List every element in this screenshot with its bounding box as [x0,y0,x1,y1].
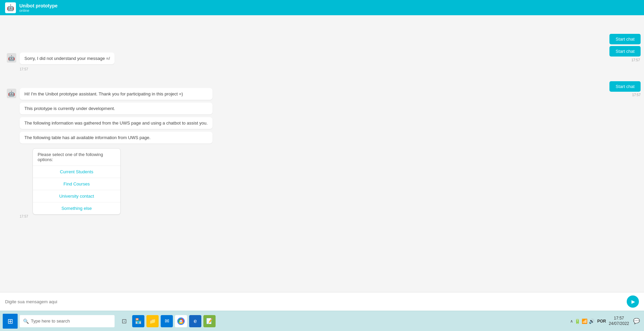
header-title: Unibot prototype [19,3,58,8]
chat-input[interactable] [5,299,627,304]
bot-avatar-header: 🤖 [5,2,16,13]
bot-bubble-1: Sorry, I did not understand your message… [20,52,115,64]
taskbar-chrome-icon[interactable] [175,315,187,327]
bot-section-1: 🤖 Sorry, I did not understand your messa… [7,52,637,71]
start-menu-button[interactable]: ⊞ [3,314,18,329]
bot-time-1: 17:57 [20,67,637,71]
taskbar-time: 17:57 [614,316,624,321]
bot-section-2-row: 🤖 Hi! I'm the Unibot prototype assistant… [7,88,637,215]
taskbar-clock[interactable]: 17:57 24/07/2022 [609,316,629,326]
input-area [0,292,644,311]
taskbar-notes-icon[interactable]: 📝 [203,315,216,327]
option-current-students[interactable]: Current Students [33,166,120,178]
bot-avatar-1: 🤖 [7,53,16,63]
windows-icon: ⊞ [7,317,13,325]
tray-icon-arrow[interactable]: ∧ [570,319,573,324]
taskbar-store-icon[interactable]: 🏪 [132,315,144,327]
taskbar-right: ∧ 🔋 📶 🔊 POR 17:57 24/07/2022 💬 [570,316,641,326]
option-something-else[interactable]: Something else [33,202,120,214]
bot-section-2: 🤖 Hi! I'm the Unibot prototype assistant… [7,88,637,218]
bot-bubble-2d: The following table has all available in… [20,132,213,144]
taskbar-search-icon: 🔍 [23,318,29,324]
bot-bubble-2c: The following information was gathered f… [20,117,213,129]
taskbar-date: 24/07/2022 [609,321,629,327]
taskbar-sys-icons: ∧ 🔋 📶 🔊 [570,318,595,324]
start-chat-button-2[interactable]: Start chat [609,46,641,57]
header-status: online [19,8,58,13]
header-info: Unibot prototype online [19,3,58,13]
send-button[interactable] [627,295,639,308]
start-chat-buttons: Start chat Start chat 17:57 [609,34,641,65]
taskbar-language: POR [597,319,606,324]
bot-message-row-1: 🤖 Sorry, I did not understand your messa… [7,52,637,66]
taskbar-ie-icon[interactable]: e [189,315,201,327]
taskbar-search-text: Type here to search [31,318,70,324]
taskbar-app-icons: ⊡ 🏪 📁 ✉ e 📝 [118,315,216,327]
option-find-courses[interactable]: Find Courses [33,178,120,190]
bot-bubble-2a: Hi! I'm the Unibot prototype assistant. … [20,88,213,100]
bot-avatar-2: 🤖 [7,89,16,98]
option-university-contact[interactable]: University contact [33,190,120,202]
bot-section-2-content: Hi! I'm the Unibot prototype assistant. … [20,88,213,215]
options-header: Please select one of the following optio… [33,149,120,166]
start-chat-button-3[interactable]: Start chat [609,81,641,92]
time-right-2: 17:57 [631,58,640,62]
tray-icon-volume: 🔊 [589,318,595,324]
options-container: Please select one of the following optio… [33,148,121,215]
taskbar-task-view[interactable]: ⊡ [118,315,130,327]
notification-icon[interactable]: 💬 [632,316,641,326]
taskbar-mail-icon[interactable]: ✉ [161,315,173,327]
tray-icon-network: 📶 [582,318,587,324]
start-chat-button-1[interactable]: Start chat [609,34,641,44]
chat-area: Start chat Start chat 17:57 Start chat 1… [0,15,644,311]
bot-time-2: 17:57 [20,215,637,218]
taskbar-files-icon[interactable]: 📁 [146,315,159,327]
chat-header: 🤖 Unibot prototype online [0,0,644,15]
bot-bubble-2b: This prototype is currently under develo… [20,103,213,114]
taskbar-search-box[interactable]: 🔍 Type here to search [20,315,115,327]
taskbar: ⊞ 🔍 Type here to search ⊡ 🏪 📁 ✉ e 📝 ∧ 🔋 … [0,311,644,331]
tray-icon-battery: 🔋 [575,318,580,324]
time-right-3: 17:57 [632,93,641,97]
